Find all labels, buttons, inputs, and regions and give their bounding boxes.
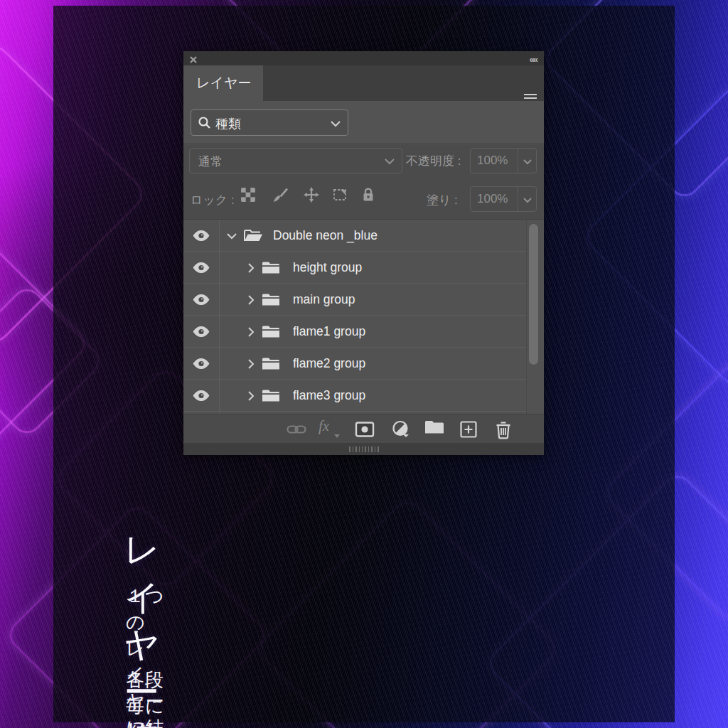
search-icon [198,116,211,133]
lock-row: ロック : 塗り : 100% [183,181,544,220]
lock-label: ロック : [191,192,235,208]
chevron-right-icon[interactable] [248,391,255,401]
layer-name: flame3 group [293,388,365,403]
layer-name: height group [293,260,362,275]
layer-row-height-group[interactable]: height group [183,252,526,284]
folder-open-icon [243,229,263,247]
delete-layer-icon[interactable] [493,419,513,439]
layer-row-flame2-group[interactable]: flame2 group [183,348,526,380]
panel-toolbar: fx [183,414,544,443]
panel-tabbar: レイヤー [183,65,544,101]
visibility-eye-icon[interactable] [192,390,210,405]
divider [518,187,518,211]
fill-dropdown[interactable]: 100% [470,186,537,212]
fx-label: fx [318,417,329,434]
panel-titlebar: «« [183,51,544,65]
neon-shape [0,283,105,440]
blend-mode-value: 通常 [198,154,223,170]
chevron-down-icon [523,198,532,203]
filter-row: 種類 T [183,101,544,144]
layer-name: flame2 group [293,356,365,371]
new-layer-icon[interactable] [459,419,478,439]
collapse-panel-icon[interactable]: «« [530,54,537,65]
chevron-right-icon[interactable] [248,263,255,273]
layer-row-flame3-group[interactable]: flame3 group [183,380,526,412]
visibility-eye-icon[interactable] [192,230,210,245]
lock-image-pixels-icon[interactable] [272,186,289,203]
opacity-label: 不透明度 : [406,153,461,169]
layer-effects-icon[interactable]: fx [318,417,338,437]
fill-value: 100% [477,192,508,206]
layer-name: main group [293,292,355,307]
triangle-down-icon [334,434,340,438]
panel-footer [183,443,544,455]
neon-shape [581,83,728,391]
layer-name: flame1 group [293,324,365,339]
caption-line: 各段毎にグループ分けしているので、 [126,667,165,728]
folder-icon [262,293,280,310]
opacity-dropdown[interactable]: 100% [470,148,537,173]
blend-row: 通常 不透明度 : 100% [183,145,544,181]
chevron-down-icon [385,159,395,165]
new-group-icon[interactable] [424,419,444,439]
resize-grip[interactable] [349,446,379,452]
divider [183,411,526,412]
folder-icon [262,261,280,278]
divider [518,149,518,173]
neon-shape [541,0,728,203]
layer-row-double-neon-blue[interactable]: Double neon _blue [183,220,526,252]
chevron-down-icon [331,121,341,127]
add-layer-mask-icon[interactable] [355,419,375,439]
opacity-value: 100% [477,154,508,168]
lock-transparent-pixels-icon[interactable] [240,186,257,203]
lock-all-icon[interactable] [360,186,377,203]
chevron-down-icon[interactable] [227,233,237,240]
visibility-eye-icon[interactable] [192,262,210,277]
layer-name: Double neon _blue [273,228,378,243]
link-layers-icon[interactable] [287,419,306,439]
lock-artboard-icon[interactable] [331,186,348,203]
folder-icon [262,357,280,374]
chevron-right-icon[interactable] [248,359,255,369]
fill-label: 塗り : [427,192,458,208]
neon-shape [0,240,92,446]
layer-row-main-group[interactable]: main group [183,284,526,316]
tab-layers[interactable]: レイヤー [183,65,263,101]
layer-row-flame1-group[interactable]: flame1 group [183,316,526,348]
layer-list: Double neon _blue height group [183,220,544,414]
visibility-eye-icon[interactable] [192,326,210,341]
caption-paragraph-2: 各段毎にグループ分けしているので、 使用する用途に合わせて表示・非表示ができます… [126,667,165,728]
layers-panel: «« レイヤー 種類 T [183,51,544,455]
divider [526,220,527,414]
filter-kind-label: 種類 [215,115,241,132]
folder-icon [262,389,280,406]
visibility-eye-icon[interactable] [192,358,210,373]
chevron-right-icon[interactable] [248,295,255,305]
visibility-eye-icon[interactable] [192,294,210,309]
filter-kind-dropdown[interactable]: 種類 [191,109,348,136]
scrollbar-thumb[interactable] [529,224,538,365]
folder-icon [262,325,280,342]
page: «« レイヤー 種類 T [0,0,728,728]
chevron-right-icon[interactable] [248,327,255,337]
blend-mode-dropdown[interactable]: 通常 [189,148,402,173]
neon-shape [254,496,562,728]
neon-shape [0,41,149,348]
lock-position-icon[interactable] [303,186,320,203]
neon-shape [483,469,728,728]
neon-shape [601,359,728,626]
chevron-down-icon [523,159,532,165]
new-adjustment-layer-icon[interactable] [391,419,411,439]
